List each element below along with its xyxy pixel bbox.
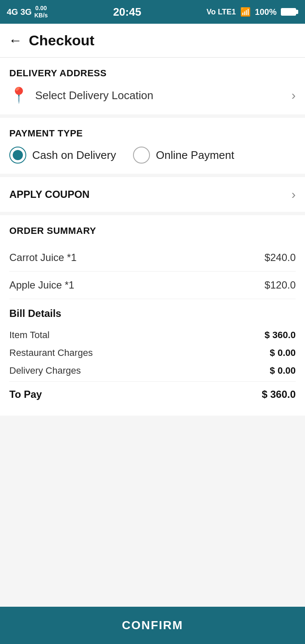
delivery-charges-row: Delivery Charges $ 0.00 [9,362,296,380]
order-summary-label: ORDER SUMMARY [9,225,296,236]
item-total-value: $ 360.0 [265,330,296,341]
to-pay-row: To Pay $ 360.0 [9,383,296,405]
restaurant-charges-label: Restaurant Charges [9,347,93,358]
apple-juice-name: Apple Juice *1 [9,279,74,291]
restaurant-charges-row: Restaurant Charges $ 0.00 [9,344,296,362]
payment-type-label: PAYMENT TYPE [9,128,296,139]
online-radio [133,147,150,164]
delivery-charges-value: $ 0.00 [270,365,296,376]
status-bar: 4G 3G 0.00 KB/s 20:45 Vo LTE1 📶 100% [0,0,305,24]
online-payment-option[interactable]: Online Payment [133,147,234,164]
delivery-address-section: DELIVERY ADDRESS 📍 Select Delivery Locat… [0,58,305,114]
wifi-icon: 📶 [240,7,251,17]
page-title: Checkout [29,32,94,49]
cod-label: Cash on Delivery [32,149,116,162]
battery-percentage: 100% [255,7,277,17]
delivery-left: 📍 Select Delivery Location [9,86,153,104]
status-left: 4G 3G 0.00 KB/s [7,5,48,19]
bill-divider [9,381,296,382]
back-button[interactable]: ← [8,33,22,48]
restaurant-charges-value: $ 0.00 [270,347,296,358]
confirm-button[interactable]: CONFIRM [122,619,183,632]
network-speed: 0.00 KB/s [34,5,48,19]
order-item-carrot-juice: Carrot Juice *1 $240.0 [9,244,296,272]
item-total-label: Item Total [9,330,50,341]
cash-on-delivery-option[interactable]: Cash on Delivery [9,147,116,164]
to-pay-value: $ 360.0 [262,389,296,400]
apply-coupon-section[interactable]: APPLY COUPON › [0,177,305,212]
select-location-row[interactable]: 📍 Select Delivery Location › [9,86,296,104]
volte-indicator: Vo LTE1 [206,8,236,17]
cod-radio-inner [13,150,23,160]
payment-type-section: PAYMENT TYPE Cash on Delivery Online Pay… [0,118,305,174]
payment-options-group: Cash on Delivery Online Payment [9,147,296,164]
checkout-header: ← Checkout [0,24,305,58]
carrot-juice-name: Carrot Juice *1 [9,252,77,264]
delivery-chevron-icon: › [291,88,296,103]
select-location-text: Select Delivery Location [35,89,153,102]
bill-details-label: Bill Details [9,308,296,319]
order-item-apple-juice: Apple Juice *1 $120.0 [9,272,296,299]
coupon-chevron-icon: › [291,187,296,202]
order-summary-section: ORDER SUMMARY Carrot Juice *1 $240.0 App… [0,215,305,416]
to-pay-label: To Pay [9,389,42,400]
status-right: Vo LTE1 📶 100% [206,7,298,17]
carrot-juice-price: $240.0 [265,252,296,264]
network-indicator: 4G 3G [7,7,32,17]
status-time: 20:45 [113,6,141,19]
item-total-row: Item Total $ 360.0 [9,326,296,344]
cod-radio [9,147,26,164]
delivery-charges-label: Delivery Charges [9,365,81,376]
coupon-row: APPLY COUPON › [9,187,296,202]
apple-juice-price: $120.0 [265,279,296,291]
online-label: Online Payment [156,149,234,162]
bottom-spacer [0,419,305,470]
battery-icon [281,8,298,16]
delivery-address-label: DELIVERY ADDRESS [9,68,296,79]
confirm-bar[interactable]: CONFIRM [0,607,305,644]
coupon-label: APPLY COUPON [9,189,89,200]
location-pin-icon: 📍 [9,86,28,104]
